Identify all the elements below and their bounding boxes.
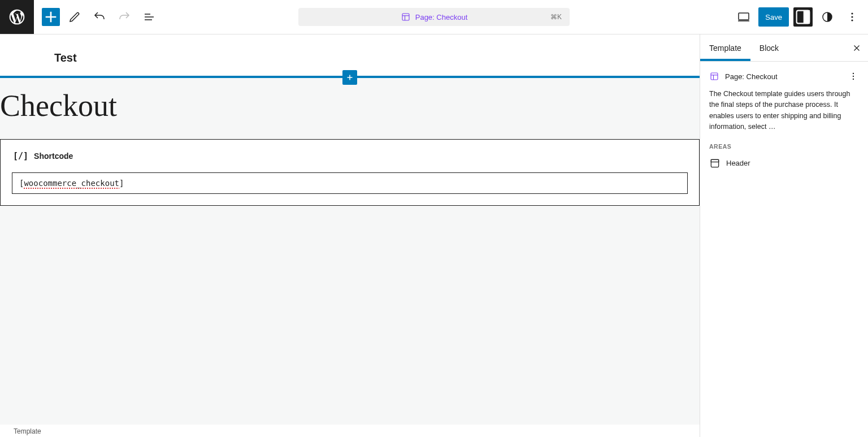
svg-point-14 <box>853 76 854 77</box>
settings-sidebar-toggle[interactable] <box>793 7 813 27</box>
redo-button <box>114 7 134 27</box>
options-button[interactable] <box>842 7 862 27</box>
site-title[interactable]: Test <box>54 51 645 64</box>
wordpress-icon <box>8 8 26 26</box>
command-bar-label: Page: Checkout <box>415 13 468 21</box>
sidebar-icon <box>793 7 813 27</box>
template-actions-button[interactable] <box>848 71 859 82</box>
inspector-title: Page: Checkout <box>725 72 778 81</box>
more-vertical-icon <box>845 10 859 24</box>
svg-rect-17 <box>711 159 718 162</box>
svg-point-8 <box>851 16 853 18</box>
desktop-icon <box>737 10 750 24</box>
plus-icon <box>42 8 60 26</box>
save-button[interactable]: Save <box>758 7 789 27</box>
close-sidebar-button[interactable] <box>850 41 863 55</box>
template-icon <box>401 12 411 22</box>
inline-inserter-button[interactable] <box>342 70 357 85</box>
shortcode-input[interactable]: [woocommerce_checkout] <box>12 172 688 194</box>
styles-button[interactable] <box>817 7 837 27</box>
areas-heading: AREAS <box>709 143 859 150</box>
list-view-icon <box>142 10 156 24</box>
header-icon <box>709 158 721 169</box>
tools-button[interactable] <box>64 7 85 27</box>
shortcode-icon: [/] <box>13 151 28 161</box>
plus-icon <box>345 72 355 83</box>
tab-block[interactable]: Block <box>750 34 788 61</box>
pencil-icon <box>68 10 81 24</box>
svg-point-13 <box>853 73 854 74</box>
view-button[interactable] <box>734 7 754 27</box>
wordpress-logo[interactable] <box>0 0 34 34</box>
shortcode-block-label: Shortcode <box>34 152 73 161</box>
top-toolbar: Page: Checkout ⌘K Save <box>0 0 868 34</box>
breadcrumb-item[interactable]: Template <box>14 427 41 435</box>
template-description: The Checkout template guides users throu… <box>709 89 859 133</box>
insert-block-button[interactable] <box>42 8 60 26</box>
area-item-label: Header <box>726 159 750 167</box>
block-breadcrumb[interactable]: Template <box>0 425 700 437</box>
undo-icon <box>93 10 106 24</box>
block-insertion-line <box>0 76 700 78</box>
close-icon <box>852 43 862 53</box>
half-circle-icon <box>821 10 834 24</box>
svg-rect-16 <box>711 159 718 167</box>
svg-rect-3 <box>739 13 749 20</box>
svg-rect-5 <box>804 11 809 24</box>
svg-point-7 <box>851 12 853 14</box>
more-vertical-icon <box>848 71 859 82</box>
svg-point-15 <box>853 79 854 80</box>
redo-icon <box>118 10 131 24</box>
svg-rect-10 <box>711 73 718 80</box>
svg-point-9 <box>851 19 853 21</box>
page-title[interactable]: Checkout <box>0 78 700 139</box>
shortcode-block[interactable]: [/] Shortcode [woocommerce_checkout] <box>0 139 700 206</box>
settings-sidebar: Template Block Page: Checkout The Checko… <box>700 34 868 437</box>
tab-template[interactable]: Template <box>700 34 750 61</box>
command-bar[interactable]: Page: Checkout ⌘K <box>298 8 570 26</box>
editor-canvas[interactable]: Test Checkout [/] Shortcode <box>0 34 700 425</box>
template-icon <box>709 71 719 81</box>
undo-button[interactable] <box>89 7 110 27</box>
svg-rect-0 <box>402 14 409 20</box>
document-overview-button[interactable] <box>139 7 159 27</box>
command-bar-shortcut: ⌘K <box>550 13 562 21</box>
shortcode-value-suffix: ] <box>119 179 124 188</box>
shortcode-value-text: woocommerce_checkout <box>24 179 119 188</box>
area-item-header[interactable]: Header <box>709 155 859 171</box>
